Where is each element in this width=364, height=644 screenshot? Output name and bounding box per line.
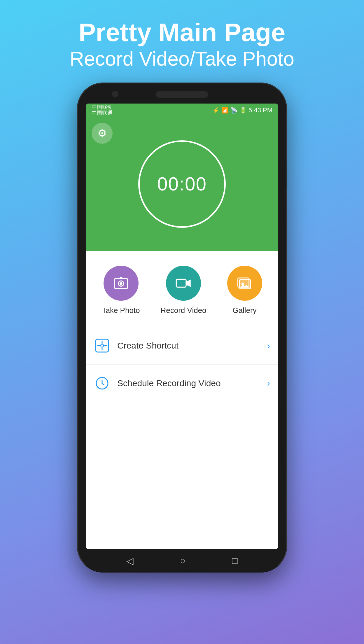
clock-icon bbox=[94, 375, 110, 391]
phone-device: 中国移动 中国联通 ⚡ 📶 📡 🔋 5:43 PM ⚙ 00:00 bbox=[77, 83, 287, 573]
recents-button[interactable]: □ bbox=[232, 555, 237, 566]
shortcut-chevron-icon: › bbox=[267, 341, 270, 351]
shortcut-icon bbox=[94, 337, 110, 354]
timer-display: 00:00 bbox=[157, 173, 207, 195]
volume-button bbox=[286, 158, 287, 188]
status-time: 5:43 PM bbox=[249, 106, 272, 114]
svg-point-2 bbox=[120, 282, 122, 285]
create-shortcut-label: Create Shortcut bbox=[117, 341, 260, 351]
status-bar: 中国移动 中国联通 ⚡ 📶 📡 🔋 5:43 PM bbox=[86, 104, 278, 117]
menu-list: Create Shortcut › Schedule Recording Vid… bbox=[86, 327, 278, 549]
gallery-label: Gallery bbox=[232, 306, 256, 315]
gear-icon: ⚙ bbox=[97, 127, 107, 139]
timer-circle[interactable]: 00:00 bbox=[138, 140, 226, 228]
gallery-button[interactable]: Gallery bbox=[227, 266, 262, 315]
video-icon bbox=[176, 275, 191, 291]
phone-screen: 中国移动 中国联通 ⚡ 📶 📡 🔋 5:43 PM ⚙ 00:00 bbox=[86, 104, 278, 549]
settings-button[interactable]: ⚙ bbox=[92, 123, 113, 144]
record-video-icon-circle bbox=[166, 266, 201, 301]
take-photo-label: Take Photo bbox=[102, 306, 140, 315]
take-photo-button[interactable]: Take Photo bbox=[102, 266, 140, 315]
signal-icon: 📡 bbox=[230, 107, 238, 114]
take-photo-icon-circle bbox=[104, 266, 139, 301]
gallery-icon bbox=[237, 275, 253, 291]
action-buttons-row: Take Photo Record Video bbox=[86, 251, 278, 327]
battery-icon: 🔋 bbox=[239, 107, 247, 114]
back-button[interactable]: ◁ bbox=[126, 555, 134, 566]
photo-icon bbox=[113, 275, 129, 291]
home-button[interactable]: ○ bbox=[180, 555, 186, 566]
svg-rect-3 bbox=[176, 279, 186, 287]
header-title: Pretty Main Page bbox=[70, 18, 294, 47]
record-video-button[interactable]: Record Video bbox=[161, 266, 206, 315]
gallery-icon-circle bbox=[227, 266, 262, 301]
wifi-icon: 📶 bbox=[221, 107, 229, 114]
carrier-info: 中国移动 中国联通 bbox=[92, 104, 113, 116]
header-subtitle: Record Video/Take Photo bbox=[70, 47, 294, 71]
svg-marker-4 bbox=[186, 279, 191, 287]
phone-navigation: ◁ ○ □ bbox=[86, 549, 278, 573]
schedule-recording-item[interactable]: Schedule Recording Video › bbox=[86, 365, 278, 402]
schedule-recording-label: Schedule Recording Video bbox=[117, 378, 260, 388]
bluetooth-icon: ⚡ bbox=[212, 107, 220, 114]
record-video-label: Record Video bbox=[161, 306, 206, 315]
phone-top bbox=[77, 83, 287, 98]
phone-speaker bbox=[156, 91, 208, 98]
schedule-chevron-icon: › bbox=[267, 378, 270, 388]
main-content: Take Photo Record Video bbox=[86, 251, 278, 549]
create-shortcut-item[interactable]: Create Shortcut › bbox=[86, 327, 278, 365]
status-right-icons: ⚡ 📶 📡 🔋 5:43 PM bbox=[212, 106, 272, 114]
camera-area: ⚙ 00:00 bbox=[86, 117, 278, 251]
header-section: Pretty Main Page Record Video/Take Photo bbox=[70, 0, 294, 83]
